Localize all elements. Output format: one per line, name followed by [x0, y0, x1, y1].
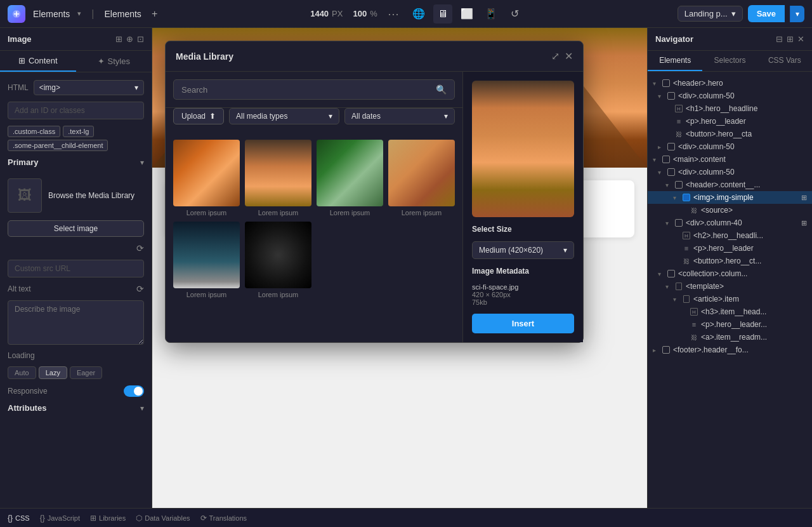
refresh-icon[interactable]: ↺ — [506, 4, 525, 23]
media-thumbnail-5 — [173, 222, 240, 288]
list-item[interactable]: Lorem ipsum — [173, 140, 240, 217]
tree-row[interactable]: ▾ <div>.column-50 — [648, 166, 812, 178]
tree-label: <p>.hero__leader... — [701, 320, 807, 329]
expand-icon: ▾ — [653, 156, 659, 163]
tree-label: <img>.img-simple — [693, 193, 799, 202]
tree-row[interactable]: ▾ <header>.hero — [648, 77, 812, 90]
bottom-data-variables[interactable]: ⬡ Data Variables — [136, 514, 190, 523]
nav-expand-icon[interactable]: ⊞ — [787, 34, 794, 44]
tree-row[interactable]: ▾ <article>.item — [648, 293, 812, 305]
bottom-translations[interactable]: ⟳ Translations — [200, 514, 247, 523]
tab-selectors[interactable]: Selectors — [702, 51, 757, 71]
tab-styles[interactable]: ✦ Styles — [76, 51, 152, 72]
nav-close-icon[interactable]: ✕ — [797, 34, 804, 44]
tree-row[interactable]: ▸ ≡ <p>.hero__leader — [648, 242, 812, 255]
tree-row[interactable]: ▸ H <h3>.item__head... — [648, 305, 812, 318]
metadata-filename: sci-fi-space.jpg — [472, 283, 574, 291]
tab-elements[interactable]: Elements — [648, 51, 702, 71]
tree-row[interactable]: ▸ H <h1>.hero__headline — [648, 102, 812, 115]
metadata-label: Image Metadata — [472, 267, 574, 276]
alt-sync-icon[interactable]: ⟳ — [136, 284, 144, 294]
list-item[interactable]: Lorem ipsum — [245, 222, 311, 298]
list-item[interactable]: Lorem ipsum — [173, 222, 240, 298]
media-resize-icon[interactable]: ⤢ — [551, 50, 560, 62]
media-library-modal: Media Library ⤢ ✕ Search 🔍 — [165, 41, 584, 343]
add-element-button[interactable]: + — [152, 8, 157, 20]
landing-dropdown[interactable]: Landing p... ▾ — [678, 6, 743, 22]
media-right-panel: Select Size Medium (420×620) ▾ Image Met… — [462, 72, 583, 342]
tag-text-lg[interactable]: .text-lg — [63, 126, 94, 137]
tree-row[interactable]: ▸ ≡ <p>.hero__leader — [648, 115, 812, 128]
tree-row[interactable]: ▾ <main>.content — [648, 153, 812, 166]
desktop-icon[interactable]: 🖥 — [433, 4, 452, 23]
media-search-input[interactable]: Search 🔍 — [173, 79, 455, 100]
tree-row[interactable]: ▸ ⛓ <button>.hero__cta — [648, 128, 812, 140]
tree-row[interactable]: ▾ <collection>.colum... — [648, 267, 812, 280]
tree-row[interactable]: ▸ ⛓ <a>.item__readm... — [648, 331, 812, 344]
html-label: HTML — [8, 83, 29, 92]
list-item[interactable]: Lorem ipsum — [388, 140, 455, 217]
tree-row[interactable]: ▾ <header>.content__... — [648, 178, 812, 191]
tab-css-vars[interactable]: CSS Vars — [757, 51, 812, 71]
tree-row[interactable]: ▸ ≡ <p>.hero__leader... — [648, 318, 812, 331]
media-type-filter[interactable]: All media types ▾ — [229, 108, 339, 124]
primary-section-header[interactable]: Primary ▾ — [8, 157, 144, 167]
globe-icon[interactable]: 🌐 — [409, 4, 428, 23]
sync-icon[interactable]: ⟳ — [136, 243, 144, 253]
bottom-css[interactable]: {} CSS — [8, 514, 30, 523]
media-date-filter[interactable]: All dates ▾ — [344, 108, 455, 124]
html-chevron-icon: ▾ — [134, 83, 138, 92]
tree-label: <main>.content — [673, 155, 807, 164]
tree-row[interactable]: ▸ ⛓ <source> — [648, 204, 812, 217]
save-button[interactable]: Save — [748, 5, 785, 22]
topbar-chevron-icon[interactable]: ▾ — [77, 10, 81, 18]
tree-row[interactable]: ▸ ⛓ <button>.hero__ct... — [648, 255, 812, 267]
tab-content[interactable]: ⊞ Content — [0, 51, 76, 72]
media-caption-5: Lorem ipsum — [173, 291, 240, 298]
loading-auto-button[interactable]: Auto — [8, 366, 36, 379]
save-dropdown-button[interactable]: ▾ — [790, 6, 804, 22]
id-classes-input[interactable]: Add an ID or classes — [8, 102, 144, 119]
select-image-button[interactable]: Select image — [8, 220, 144, 237]
link-icon: ⛓ — [682, 257, 691, 265]
custom-url-input[interactable]: Custom src URL — [8, 260, 144, 277]
html-select[interactable]: <img> ▾ — [34, 80, 144, 95]
alt-text-textarea[interactable] — [8, 300, 144, 345]
tree-row[interactable]: ▸ <div>.column-50 — [648, 140, 812, 153]
loading-eager-button[interactable]: Eager — [70, 366, 102, 379]
zoom-value: 100 — [353, 9, 367, 18]
panel-icon-pin[interactable]: ⊕ — [126, 34, 133, 44]
bottom-javascript[interactable]: {} JavaScript — [40, 514, 80, 523]
tree-row-selected[interactable]: ▾ <img>.img-simple ⊞ — [648, 191, 812, 204]
link-icon: ⛓ — [674, 130, 683, 138]
panel-icon-grid[interactable]: ⊞ — [115, 34, 122, 44]
mobile-icon[interactable]: 📱 — [481, 4, 501, 23]
tree-row[interactable]: ▸ <footer>.header__fo... — [648, 344, 812, 356]
tree-row[interactable]: ▸ H <h2>.hero__headli... — [648, 229, 812, 242]
list-item[interactable]: Lorem ipsum — [245, 140, 311, 217]
insert-button[interactable]: Insert — [472, 314, 574, 333]
tree-row[interactable]: ▾ <div>.column-50 — [648, 90, 812, 102]
right-panel-header: Navigator ⊟ ⊞ ✕ — [648, 28, 812, 51]
tree-action-expand[interactable]: ⊞ — [801, 194, 807, 202]
browse-label: Browse the Media Library — [48, 190, 134, 201]
tablet-icon[interactable]: ⬜ — [457, 4, 476, 23]
tree-row[interactable]: ▾ <template> — [648, 280, 812, 293]
attributes-section[interactable]: Attributes ▾ — [8, 403, 144, 413]
tag-custom-class[interactable]: .custom-class — [8, 126, 60, 137]
type-filter-chevron-icon: ▾ — [329, 112, 332, 121]
tag-parent-child[interactable]: .some-parent__child-element — [8, 140, 108, 151]
alt-text-label: Alt text — [8, 284, 31, 293]
list-item[interactable]: Lorem ipsum — [317, 140, 383, 217]
loading-lazy-button[interactable]: Lazy — [39, 366, 67, 379]
size-dropdown[interactable]: Medium (420×620) ▾ — [472, 241, 574, 259]
media-close-icon[interactable]: ✕ — [565, 50, 573, 62]
more-options-icon[interactable]: ⋯ — [388, 7, 399, 21]
panel-icon-more[interactable]: ⊡ — [137, 34, 144, 44]
nav-collapse-icon[interactable]: ⊟ — [776, 34, 783, 44]
bottom-libraries[interactable]: ⊞ Libraries — [90, 514, 126, 523]
tree-row[interactable]: ▾ <div>.column-40 ⊞ — [648, 217, 812, 229]
responsive-toggle[interactable] — [124, 385, 144, 397]
upload-button[interactable]: Upload ⬆ — [173, 108, 224, 124]
tree-action-expand[interactable]: ⊞ — [801, 219, 807, 227]
